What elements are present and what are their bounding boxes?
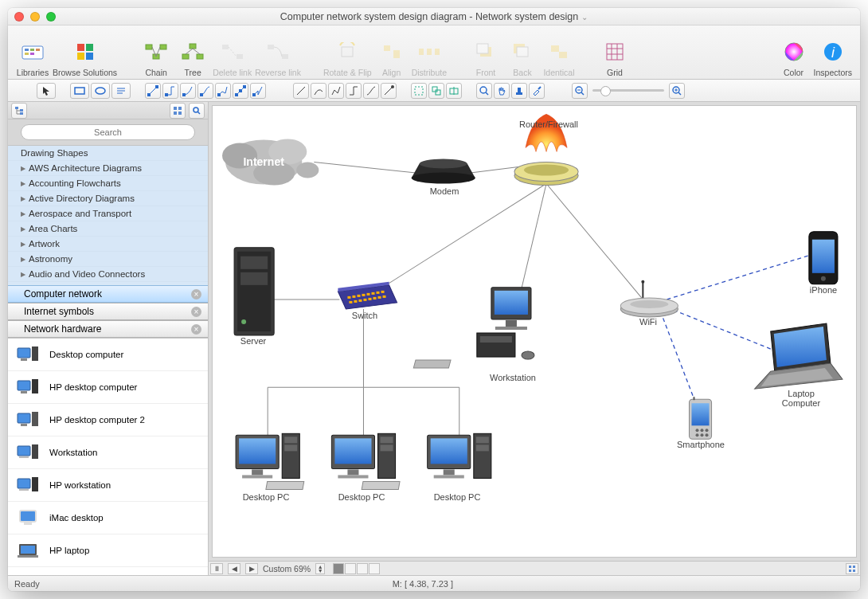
node-label: Desktop PC [243,492,290,502]
svg-line-127 [660,311,698,411]
tree-view-tab[interactable] [11,103,27,119]
category-item[interactable]: ▶AWS Architecture Diagrams [8,161,208,176]
connector-tool-1[interactable] [145,83,161,99]
svg-point-132 [296,162,319,178]
svg-rect-15 [190,44,196,49]
grid-button[interactable]: Grid [598,38,631,77]
close-icon[interactable]: × [191,307,201,317]
chain-button[interactable]: Chain [139,38,173,77]
shape-item[interactable]: Workstation [8,437,208,469]
svg-rect-27 [393,50,400,58]
shape-item[interactable]: HP desktop computer [8,371,208,404]
connector-tool-7[interactable] [250,83,266,99]
svg-rect-165 [480,336,512,343]
reverse-link-icon [264,38,291,65]
rectangle-tool[interactable] [70,83,89,99]
prev-page-button[interactable]: ◀ [228,563,240,574]
view-tool-magnify[interactable] [476,83,492,99]
zoom-stepper[interactable]: ▲▼ [315,563,325,574]
pause-button[interactable]: ⏸ [210,563,223,574]
svg-rect-149 [371,292,374,295]
shape-item[interactable]: HP desktop computer 2 [8,404,208,437]
svg-point-69 [480,87,487,93]
svg-rect-109 [24,523,32,525]
open-library[interactable]: Internet symbols× [8,303,208,320]
next-page-button[interactable]: ▶ [245,563,258,574]
connector-tool-5[interactable] [215,83,231,99]
sidebar: Drawing Shapes ▶AWS Architecture Diagram… [8,102,209,575]
category-item[interactable]: ▶Artwork [8,237,208,252]
edit-tool-1[interactable] [411,83,427,99]
category-list[interactable]: Drawing Shapes ▶AWS Architecture Diagram… [8,146,208,285]
close-icon[interactable]: × [191,324,201,335]
svg-rect-7 [86,44,93,51]
category-item[interactable]: ▶Area Charts [8,221,208,237]
pointer-tool[interactable] [37,83,56,99]
svg-rect-5 [30,53,34,55]
svg-rect-94 [32,346,38,361]
svg-rect-34 [517,47,528,57]
zoom-out-button[interactable] [572,83,588,99]
edit-tool-3[interactable] [446,83,462,99]
svg-rect-4 [25,53,29,55]
category-item[interactable]: ▶Active Directory Diagrams [8,191,208,206]
search-tab[interactable] [189,103,205,119]
line-tool-6[interactable] [381,83,397,99]
close-icon[interactable]: × [191,289,201,300]
inspectors-button[interactable]: i Inspectors [814,38,852,77]
line-tool-3[interactable] [328,83,344,99]
grid-view-tab[interactable] [170,103,186,119]
shape-item[interactable]: HP workstation [8,469,208,502]
color-button[interactable]: Color [777,38,811,77]
chevron-down-icon[interactable]: ⌄ [581,13,588,22]
svg-rect-37 [607,44,623,60]
view-tool-eyedropper[interactable] [529,83,545,99]
search-input[interactable] [21,124,195,140]
line-tool-2[interactable] [311,83,326,99]
grid-icon [601,38,628,65]
svg-point-134 [412,173,475,184]
page-tab[interactable] [369,563,380,574]
libraries-button[interactable]: Libraries [16,38,49,77]
shape-item[interactable]: HP laptop [8,534,208,567]
view-tool-hand[interactable] [494,83,510,99]
connector-tool-2[interactable] [162,83,178,99]
workstation-node [413,288,534,368]
canvas[interactable]: Internet [212,105,857,558]
category-item[interactable]: ▶Audio and Video Connectors [8,267,208,282]
open-library[interactable]: Network hardware× [8,320,208,338]
view-tool-stamp[interactable] [511,83,527,99]
shape-item[interactable]: iMac desktop [8,502,208,534]
browse-solutions-button[interactable]: Browse Solutions [53,38,117,77]
page-options-button[interactable] [846,563,858,574]
line-tool-5[interactable] [363,83,379,99]
edit-tool-2[interactable] [428,83,444,99]
svg-rect-191 [284,444,297,451]
category-item[interactable]: ▶Astronomy [8,252,208,267]
svg-rect-10 [146,45,152,49]
connector-tool-4[interactable] [197,83,213,99]
text-tool[interactable] [111,83,131,99]
page-tab[interactable] [357,563,368,574]
page-tab[interactable] [345,563,356,574]
category-item[interactable]: ▶Accounting Flowcharts [8,176,208,191]
svg-rect-142 [240,272,268,285]
svg-rect-102 [18,446,30,456]
connector-tool-3[interactable] [180,83,196,99]
zoom-slider[interactable] [592,89,664,92]
delete-link-button: Delete link [213,38,252,77]
line-tool-4[interactable] [346,83,362,99]
zoom-in-button[interactable] [669,83,685,99]
category-item[interactable]: Drawing Shapes [8,146,208,161]
svg-rect-9 [86,53,93,60]
ellipse-tool[interactable] [91,83,110,99]
open-library[interactable]: Computer network× [8,285,208,303]
page-tab[interactable] [333,563,344,574]
shape-item[interactable]: Desktop computer [8,339,208,371]
svg-rect-186 [239,438,276,464]
connector-tool-6[interactable] [233,83,248,99]
tree-button[interactable]: Tree [176,38,209,77]
line-tool-1[interactable] [293,83,309,99]
shape-list[interactable]: Desktop computer HP desktop computer HP … [8,338,208,575]
category-item[interactable]: ▶Aerospace and Transport [8,206,208,221]
